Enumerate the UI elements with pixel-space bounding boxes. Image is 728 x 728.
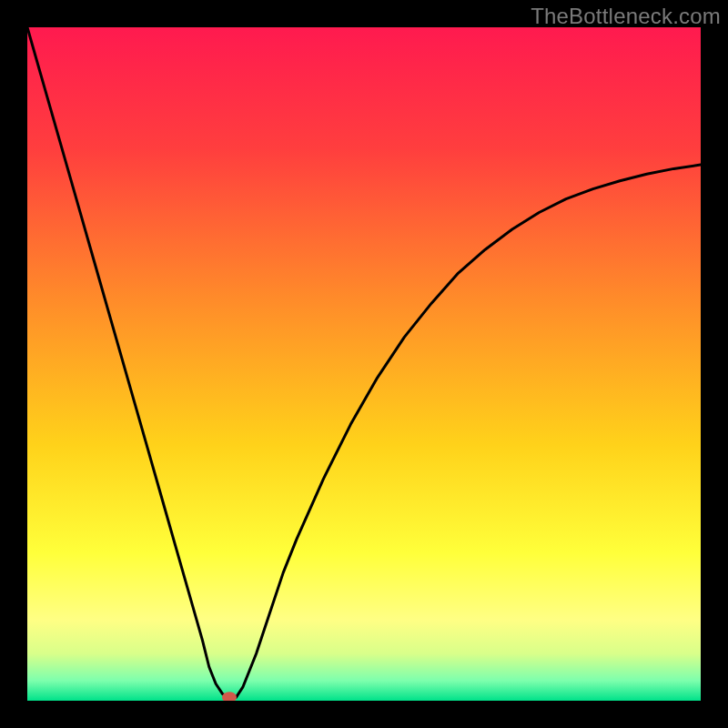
chart-svg	[27, 27, 701, 701]
gradient-background	[27, 27, 701, 701]
plot-area	[27, 27, 701, 701]
chart-frame: TheBottleneck.com	[0, 0, 728, 728]
watermark-text: TheBottleneck.com	[531, 4, 721, 29]
